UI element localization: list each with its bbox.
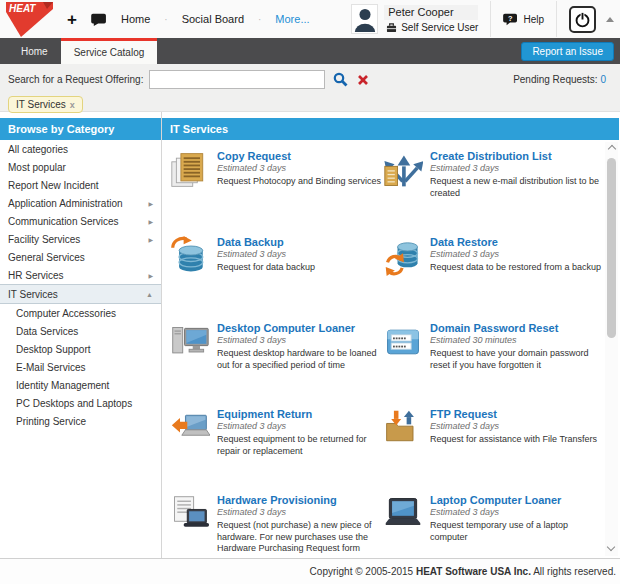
tag-close-icon[interactable]: x bbox=[70, 100, 75, 110]
search-input[interactable] bbox=[149, 70, 325, 89]
content: Browse by Category All categories Most p… bbox=[0, 112, 620, 558]
sidebar-category-item[interactable]: Report New Incident bbox=[0, 176, 161, 194]
service-description: Request a new e-mail distribution list t… bbox=[430, 176, 606, 199]
sidebar-subcategory-item[interactable]: E-Mail Services bbox=[0, 358, 161, 376]
sidebar-subcategory-item[interactable]: Identity Management bbox=[0, 376, 161, 394]
service-catalog-main: IT Services Copy Request Estimated 3 day… bbox=[162, 112, 620, 558]
user-name[interactable]: Peter Cooper bbox=[384, 5, 478, 20]
sidebar-subitem-label: Printing Service bbox=[16, 416, 86, 427]
sidebar-subcategory-item[interactable]: Computer Accessories bbox=[0, 304, 161, 322]
sidebar-subcategory-item[interactable]: PC Desktops and Laptops bbox=[0, 394, 161, 412]
tab-bar: Home Service Catalog Report an Issue bbox=[0, 38, 620, 64]
expand-icon[interactable]: ▶ bbox=[148, 200, 153, 207]
tab-home[interactable]: Home bbox=[8, 38, 61, 64]
nav-social-board[interactable]: Social Board bbox=[182, 13, 244, 25]
service-title[interactable]: Copy Request bbox=[217, 150, 383, 162]
avatar[interactable] bbox=[351, 4, 378, 34]
service-estimate: Estimated 3 days bbox=[430, 163, 606, 173]
report-an-issue-button[interactable]: Report an Issue bbox=[521, 42, 614, 61]
clear-search-icon bbox=[357, 74, 369, 86]
service-title[interactable]: FTP Request bbox=[430, 408, 606, 420]
sidebar-item-label: IT Services bbox=[8, 289, 58, 300]
sidebar-category-item[interactable]: Application Administration ▶ bbox=[0, 194, 161, 212]
service-item[interactable]: Equipment Return Estimated 3 days Reques… bbox=[170, 408, 383, 494]
header-right: Peter Cooper Self Service User ? Help bbox=[351, 0, 620, 38]
sidebar-category-item[interactable]: All categories bbox=[0, 140, 161, 158]
search-button[interactable] bbox=[333, 72, 348, 87]
service-item[interactable]: Laptop Computer Loaner Estimated 3 days … bbox=[383, 494, 620, 580]
pending-requests-count[interactable]: 0 bbox=[600, 74, 606, 85]
add-icon[interactable]: + bbox=[67, 11, 77, 28]
svg-text:?: ? bbox=[508, 13, 513, 22]
expand-icon[interactable]: ▶ bbox=[148, 218, 153, 225]
sidebar-category-item[interactable]: Facility Services ▶ bbox=[0, 230, 161, 248]
collapse-header-icon[interactable] bbox=[606, 17, 614, 22]
service-description: Request for assistance with File Transfe… bbox=[430, 434, 606, 446]
expand-icon[interactable]: ▶ bbox=[148, 272, 153, 279]
tab-service-catalog[interactable]: Service Catalog bbox=[61, 38, 158, 64]
service-item[interactable]: Hardware Provisioning Estimated 3 days R… bbox=[170, 494, 383, 580]
sidebar-category-item[interactable]: Communication Services ▶ bbox=[0, 212, 161, 230]
logout-button[interactable] bbox=[569, 6, 596, 33]
service-description: Request Photocopy and Binding services bbox=[217, 176, 383, 188]
service-grid: Copy Request Estimated 3 days Request Ph… bbox=[162, 140, 620, 580]
sidebar-subitems: Computer Accessories Data Services Deskt… bbox=[0, 304, 161, 430]
service-item[interactable]: Copy Request Estimated 3 days Request Ph… bbox=[170, 150, 383, 236]
sidebar-subcategory-item[interactable]: Desktop Support bbox=[0, 340, 161, 358]
search-label: Search for a Request Offering: bbox=[8, 74, 143, 85]
sidebar-subcategory-item[interactable]: Printing Service bbox=[0, 412, 161, 430]
chat-icon[interactable] bbox=[91, 13, 107, 26]
service-item[interactable]: Create Distribution List Estimated 3 day… bbox=[383, 150, 620, 236]
scrollbar-thumb[interactable] bbox=[607, 158, 616, 338]
category-sidebar: Browse by Category All categories Most p… bbox=[0, 112, 162, 558]
sidebar-item-label: Most popular bbox=[8, 162, 66, 173]
service-title[interactable]: Data Backup bbox=[217, 236, 383, 248]
service-title[interactable]: Create Distribution List bbox=[430, 150, 606, 162]
service-item[interactable]: Domain Password Reset Estimated 30 minut… bbox=[383, 322, 620, 408]
service-title[interactable]: Desktop Computer Loaner bbox=[217, 322, 383, 334]
filter-tag-it-services[interactable]: IT Services x bbox=[8, 96, 83, 113]
nav-more[interactable]: More... bbox=[275, 13, 309, 25]
expand-icon[interactable]: ▶ bbox=[148, 236, 153, 243]
avatar-icon bbox=[353, 7, 377, 33]
sidebar-subitem-label: PC Desktops and Laptops bbox=[16, 398, 132, 409]
service-title[interactable]: Data Restore bbox=[430, 236, 606, 248]
service-item[interactable]: Data Restore Estimated 3 days Request da… bbox=[383, 236, 620, 322]
sidebar-category-item[interactable]: IT Services ▲ bbox=[0, 284, 161, 304]
vertical-scrollbar[interactable] bbox=[605, 142, 618, 556]
scroll-up-icon[interactable] bbox=[607, 145, 615, 153]
sidebar-item-label: General Services bbox=[8, 252, 85, 263]
sidebar-subcategory-item[interactable]: Data Services bbox=[0, 322, 161, 340]
sidebar-subitem-label: E-Mail Services bbox=[16, 362, 85, 373]
sidebar-item-label: All categories bbox=[8, 144, 68, 155]
scroll-down-icon[interactable] bbox=[607, 543, 615, 551]
sidebar-category-item[interactable]: General Services bbox=[0, 248, 161, 266]
service-title[interactable]: Equipment Return bbox=[217, 408, 383, 420]
sidebar-category-item[interactable]: HR Services ▶ bbox=[0, 266, 161, 284]
password-icon bbox=[383, 322, 423, 362]
power-icon bbox=[574, 11, 591, 28]
help-button[interactable]: ? Help bbox=[503, 13, 544, 26]
help-label: Help bbox=[523, 14, 544, 25]
sidebar-item-label: Facility Services bbox=[8, 234, 80, 245]
service-title[interactable]: Laptop Computer Loaner bbox=[430, 494, 606, 506]
divider bbox=[490, 1, 491, 37]
service-item[interactable]: FTP Request Estimated 3 days Request for… bbox=[383, 408, 620, 494]
service-estimate: Estimated 3 days bbox=[217, 335, 383, 345]
heat-logo: HEAT bbox=[5, 1, 55, 38]
nav-home[interactable]: Home bbox=[121, 13, 150, 25]
data-backup-icon bbox=[170, 236, 210, 276]
sidebar-category-item[interactable]: Most popular bbox=[0, 158, 161, 176]
nav-separator: · bbox=[164, 14, 167, 25]
service-item[interactable]: Data Backup Estimated 3 days Request for… bbox=[170, 236, 383, 322]
service-title[interactable]: Domain Password Reset bbox=[430, 322, 606, 334]
service-title[interactable]: Hardware Provisioning bbox=[217, 494, 383, 506]
sidebar-items: All categories Most popular Report New I… bbox=[0, 140, 161, 304]
collapse-icon[interactable]: ▲ bbox=[146, 291, 153, 298]
app-header: HEAT + Home · Social Board · More... Pet… bbox=[0, 0, 620, 38]
pending-requests: Pending Requests: 0 bbox=[513, 74, 612, 85]
service-description: Request data to be restored from a backu… bbox=[430, 262, 606, 274]
clear-search-button[interactable] bbox=[357, 74, 369, 86]
hardware-provisioning-icon bbox=[170, 494, 210, 534]
service-item[interactable]: Desktop Computer Loaner Estimated 3 days… bbox=[170, 322, 383, 408]
